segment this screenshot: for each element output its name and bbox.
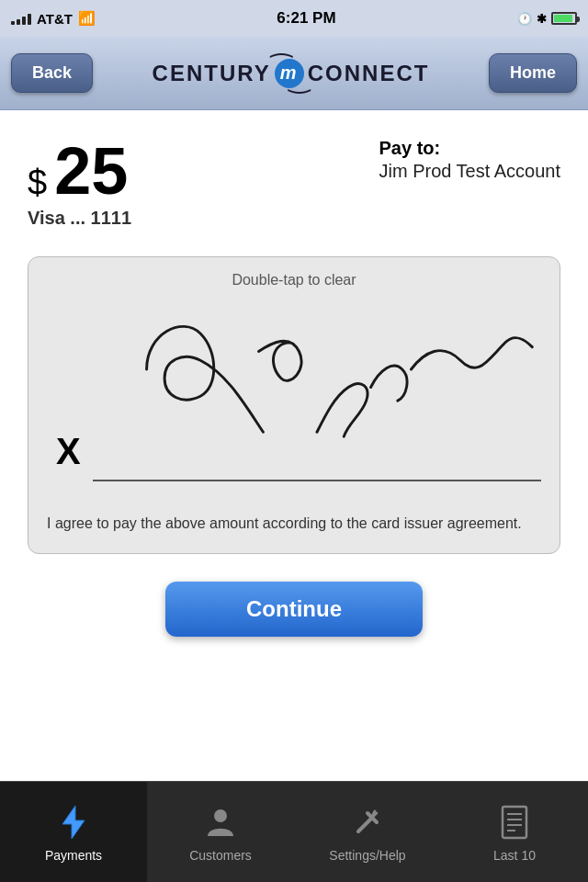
last10-tab-icon: [494, 802, 535, 842]
svg-marker-0: [62, 806, 85, 839]
status-right: 🕐 ✱: [517, 12, 577, 26]
tab-bar: Payments Customers Settings/Help: [0, 781, 588, 882]
tab-settings-label: Settings/Help: [329, 848, 405, 863]
continue-button[interactable]: Continue: [165, 582, 423, 637]
bluetooth-icon: ✱: [537, 12, 547, 26]
double-tap-hint: Double-tap to clear: [47, 272, 541, 288]
pay-to-label: Pay to:: [379, 138, 561, 159]
back-button[interactable]: Back: [11, 53, 93, 93]
continue-button-wrap: Continue: [0, 582, 588, 637]
signature-box[interactable]: Double-tap to clear X I agree to pay the…: [28, 256, 560, 554]
clock-icon: 🕐: [517, 12, 532, 26]
signal-bars: [11, 12, 31, 25]
tab-customers-label: Customers: [189, 848, 252, 863]
signature-x-marker: X: [56, 431, 81, 472]
signature-drawing[interactable]: [93, 298, 541, 477]
carrier-label: AT&T: [37, 11, 73, 27]
battery-icon: [551, 12, 577, 25]
customers-tab-icon: [200, 802, 241, 842]
pay-to-name: Jim Prod Test Account: [379, 161, 561, 182]
tab-payments[interactable]: Payments: [0, 782, 147, 882]
logo-text: CENTURY ⁀ m ⁀ CONNECT: [153, 59, 430, 88]
agreement-text: I agree to pay the above amount accordin…: [47, 513, 541, 535]
card-info: Visa ... 1111: [28, 208, 131, 229]
logo-m: m: [275, 59, 304, 88]
tab-last10[interactable]: Last 10: [441, 782, 588, 882]
tab-last10-label: Last 10: [493, 848, 536, 863]
home-button[interactable]: Home: [489, 53, 577, 93]
status-bar: AT&T 📶 6:21 PM 🕐 ✱: [0, 0, 588, 37]
tab-customers[interactable]: Customers: [147, 782, 294, 882]
signature-line: [93, 480, 541, 481]
svg-rect-7: [503, 807, 526, 838]
amount-section: $ 25 Visa ... 1111 Pay to: Jim Prod Test…: [28, 138, 560, 229]
time-display: 6:21 PM: [277, 9, 335, 28]
nav-bar: Back CENTURY ⁀ m ⁀ CONNECT Home: [0, 37, 588, 110]
main-content: $ 25 Visa ... 1111 Pay to: Jim Prod Test…: [0, 110, 588, 554]
dollar-sign: $: [28, 163, 47, 202]
signature-area[interactable]: X: [47, 298, 541, 500]
pay-to-section: Pay to: Jim Prod Test Account: [379, 138, 561, 182]
amount-left: $ 25 Visa ... 1111: [28, 138, 131, 229]
logo-century: CENTURY: [153, 61, 271, 86]
amount-value: 25: [54, 138, 128, 204]
tab-settings[interactable]: Settings/Help: [294, 782, 441, 882]
svg-point-2: [214, 809, 227, 822]
settings-tab-icon: [347, 802, 388, 842]
payments-tab-icon: [53, 802, 94, 842]
status-left: AT&T 📶: [11, 10, 96, 27]
amount-row: $ 25: [28, 138, 131, 204]
app-logo: CENTURY ⁀ m ⁀ CONNECT: [153, 59, 430, 88]
wifi-icon: 📶: [78, 10, 96, 27]
tab-payments-label: Payments: [45, 848, 102, 863]
logo-connect: CONNECT: [308, 61, 430, 86]
